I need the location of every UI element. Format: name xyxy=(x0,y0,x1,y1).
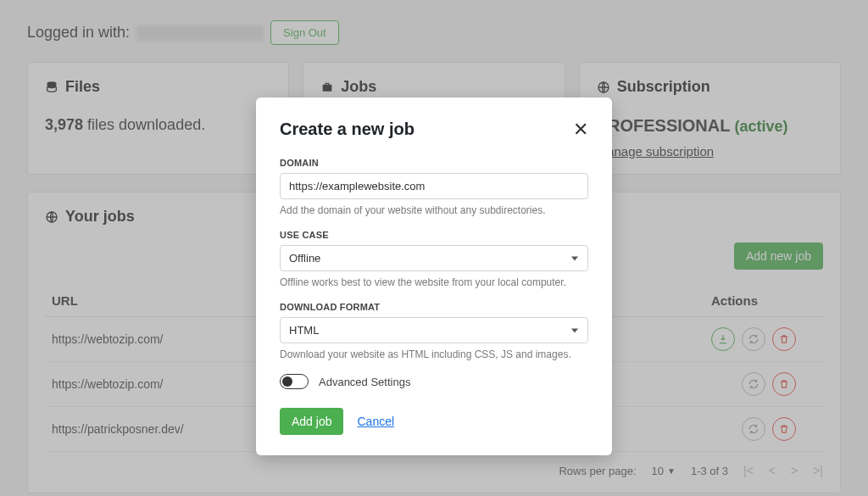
format-label: DOWNLOAD FORMAT xyxy=(280,302,588,312)
advanced-settings-label: Advanced Settings xyxy=(319,376,410,388)
usecase-help: Offline works best to view the website f… xyxy=(280,276,588,288)
modal-overlay[interactable]: Create a new job ✕ DOMAIN Add the domain… xyxy=(0,0,868,496)
format-help: Download your website as HTML including … xyxy=(280,348,588,360)
domain-input[interactable] xyxy=(280,173,588,199)
domain-help: Add the domain of your website without a… xyxy=(280,204,588,216)
create-job-modal: Create a new job ✕ DOMAIN Add the domain… xyxy=(256,98,612,455)
usecase-select[interactable]: Offline xyxy=(280,245,588,271)
format-select[interactable]: HTML xyxy=(280,317,588,343)
advanced-settings-toggle[interactable] xyxy=(280,374,309,389)
close-icon[interactable]: ✕ xyxy=(573,120,588,139)
cancel-link[interactable]: Cancel xyxy=(357,415,394,428)
add-job-button[interactable]: Add job xyxy=(280,408,343,435)
usecase-label: USE CASE xyxy=(280,230,588,240)
modal-title: Create a new job xyxy=(280,120,415,139)
domain-label: DOMAIN xyxy=(280,158,588,168)
